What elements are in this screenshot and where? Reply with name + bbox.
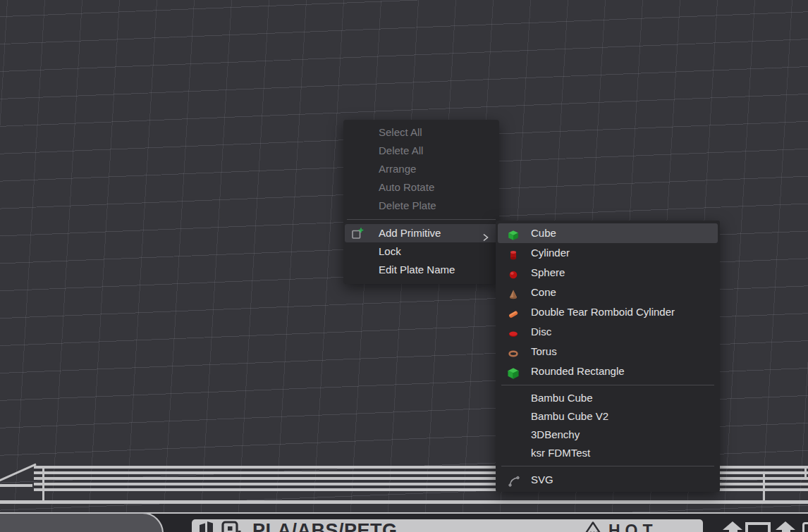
menu-item-label: Edit Plate Name [379, 264, 455, 276]
plate-surface-label: PLA/ABS/PETG [252, 519, 398, 532]
plate-edge-corner-line [42, 466, 44, 504]
hot-surface-warning-icon [581, 521, 605, 532]
submenu-item-label: Rounded Rectangle [531, 365, 625, 377]
submenu-item-disc[interactable]: Disc [498, 322, 718, 342]
sphere-icon [508, 267, 519, 278]
submenu-item-label: ksr FDMTest [531, 447, 590, 459]
menu-item-label: Arrange [379, 163, 416, 175]
menu-item-delete-plate: Delete Plate [345, 197, 498, 215]
menu-separator [347, 219, 496, 220]
plate-edge-bar [0, 484, 32, 487]
submenu-item-bambu-cube[interactable]: Bambu Cube [498, 389, 718, 407]
double-tear-romboid-cylinder-icon [508, 307, 519, 318]
menu-item-arrange: Arrange [345, 160, 498, 178]
plate-insert-arrow-icon [723, 521, 742, 530]
submenu-item-cylinder[interactable]: Cylinder [498, 243, 718, 263]
submenu-item-label: Sphere [531, 266, 565, 278]
submenu-item-sphere[interactable]: Sphere [498, 263, 718, 283]
plate-front-rail [0, 500, 808, 504]
hot-label: HOT [608, 520, 658, 532]
add-primitive-icon [351, 227, 364, 240]
submenu-item-label: Bambu Cube [531, 392, 593, 404]
menu-separator [501, 466, 714, 466]
menu-item-edit-plate-name[interactable]: Edit Plate Name [345, 261, 498, 279]
menu-item-delete-all: Delete All [345, 142, 498, 160]
add-primitive-submenu: Cube Cylinder Sphere Co [496, 221, 720, 492]
menu-item-add-primitive[interactable]: Add Primitive [345, 224, 498, 242]
svg-curve-icon [508, 474, 519, 485]
bambu-logo-icon [198, 521, 215, 532]
plate-excess-chute [0, 512, 164, 532]
chevron-right-icon [482, 229, 489, 237]
menu-item-label: Lock [379, 245, 401, 257]
submenu-item-label: Torus [531, 345, 557, 357]
submenu-item-label: Cone [531, 286, 556, 298]
cylinder-icon [508, 247, 519, 259]
menu-item-select-all: Select All [345, 123, 498, 142]
submenu-item-label: Cylinder [531, 247, 570, 259]
submenu-item-label: SVG [531, 474, 553, 485]
plate-slot-mark [745, 522, 771, 532]
submenu-item-rounded-rectangle[interactable]: Rounded Rectangle [498, 361, 718, 381]
qr-code-icon [221, 521, 241, 532]
menu-item-label: Delete All [379, 144, 423, 156]
cone-icon [508, 287, 519, 298]
cube-icon [508, 228, 519, 239]
plate-edge-mark [804, 469, 807, 480]
submenu-item-label: Cube [531, 227, 556, 239]
menu-item-auto-rotate: Auto Rotate [345, 178, 498, 197]
menu-item-lock[interactable]: Lock [345, 242, 498, 261]
submenu-item-cube[interactable]: Cube [498, 223, 718, 243]
plate-edge-corner-line [763, 474, 765, 503]
menu-item-label: Auto Rotate [379, 181, 434, 193]
submenu-item-3dbenchy[interactable]: 3DBenchy [498, 426, 718, 444]
submenu-item-label: Double Tear Romboid Cylinder [531, 306, 675, 318]
plate-label-strip: PLA/ABS/PETG HOT [192, 519, 703, 532]
torus-icon [508, 346, 519, 357]
submenu-item-label: Disc [531, 326, 551, 338]
submenu-item-ksr-fdmtest[interactable]: ksr FDMTest [498, 444, 718, 462]
plate-insert-arrow-icon [776, 521, 795, 530]
rounded-rectangle-icon [508, 366, 519, 377]
plate-context-menu: Select All Delete All Arrange Auto Rotat… [343, 120, 499, 284]
menu-item-label: Delete Plate [379, 199, 436, 211]
submenu-item-torus[interactable]: Torus [498, 342, 718, 361]
disc-icon [508, 326, 519, 338]
plate-corner-mark [802, 522, 808, 532]
menu-item-label: Select All [379, 126, 422, 138]
submenu-item-bambu-cube-v2[interactable]: Bambu Cube V2 [498, 407, 718, 426]
menu-separator [501, 385, 714, 385]
submenu-item-cone[interactable]: Cone [498, 283, 718, 302]
submenu-item-label: Bambu Cube V2 [531, 410, 608, 422]
menu-item-label: Add Primitive [379, 227, 441, 239]
submenu-item-double-tear-romboid-cylinder[interactable]: Double Tear Romboid Cylinder [498, 302, 718, 322]
submenu-item-svg[interactable]: SVG [498, 470, 718, 490]
submenu-item-label: 3DBenchy [531, 428, 580, 440]
